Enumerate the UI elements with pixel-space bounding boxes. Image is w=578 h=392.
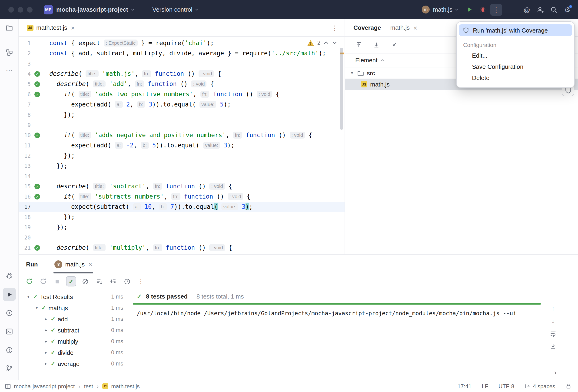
gutter[interactable] <box>31 171 44 181</box>
editor-scrollbar[interactable] <box>340 48 344 254</box>
code-line-4[interactable]: 4✓describe( title: 'math.js', fn: functi… <box>19 69 344 79</box>
version-control-tool-button[interactable] <box>3 362 16 375</box>
up-arrow-icon[interactable]: ↑ <box>552 305 555 312</box>
code-line-17[interactable]: 17 expect(subtract( a: 10, b: 7)).to.equ… <box>19 202 344 212</box>
breadcrumb-file[interactable]: math.test.js <box>111 383 140 390</box>
prev-problem-icon[interactable] <box>324 41 329 45</box>
test-tree-item-test-results[interactable]: ▾✓Test Results1 ms <box>19 291 129 302</box>
editor-tab-math-test-js[interactable]: JS math.test.js × <box>23 19 78 36</box>
add-user-button[interactable] <box>534 3 546 16</box>
code-editor[interactable]: 1const { expect : ExpectStatic } = requi… <box>19 37 344 254</box>
chevron-right-icon[interactable]: ▸ <box>44 361 48 366</box>
chevron-right-icon[interactable]: ▸ <box>44 317 48 321</box>
line-number[interactable]: 19 <box>19 222 31 233</box>
code-line-3[interactable]: 3 <box>19 59 344 69</box>
window-zoom-button[interactable] <box>27 7 33 12</box>
close-icon[interactable]: × <box>71 24 75 31</box>
test-history-button[interactable] <box>122 276 132 287</box>
gutter[interactable]: ✓ <box>31 243 44 253</box>
popup-item-edit[interactable]: Edit... <box>459 50 572 61</box>
search-everywhere-button[interactable] <box>548 3 560 16</box>
gutter[interactable] <box>31 38 44 48</box>
line-number[interactable]: 9 <box>19 120 31 130</box>
tab-coverage-file[interactable]: math.js × <box>390 24 417 31</box>
structure-tool-button[interactable] <box>3 46 16 59</box>
expand-chevron-icon[interactable]: › <box>554 368 557 376</box>
line-number[interactable]: 10 <box>19 130 31 141</box>
gutter[interactable] <box>31 110 44 120</box>
services-tool-button[interactable] <box>3 306 16 319</box>
test-passed-gutter-icon[interactable]: ✓ <box>34 194 40 199</box>
more-options-button[interactable]: ⋮ <box>136 276 146 287</box>
gutter[interactable]: ✓ <box>31 192 44 202</box>
line-number[interactable]: 6 <box>19 89 31 99</box>
gutter[interactable] <box>31 48 44 59</box>
run-tab-math-js[interactable]: m math.js × <box>52 255 95 273</box>
close-icon[interactable]: × <box>88 261 92 267</box>
gutter[interactable] <box>31 202 44 212</box>
line-number[interactable]: 13 <box>19 161 31 171</box>
test-tree-item-average[interactable]: ▸✓average0 ms <box>19 358 129 369</box>
line-number[interactable]: 15 <box>19 181 31 192</box>
run-tool-button[interactable] <box>3 288 16 301</box>
test-tree-item-multiply[interactable]: ▸✓multiply0 ms <box>19 336 129 347</box>
code-line-2[interactable]: 2const { add, subtract, multiply, divide… <box>19 48 344 59</box>
test-tree-item-subtract[interactable]: ▸✓subtract0 ms <box>19 325 129 336</box>
jump-to-source-icon[interactable] <box>389 40 399 50</box>
line-separator-widget[interactable]: LF <box>482 383 488 390</box>
test-passed-gutter-icon[interactable]: ✓ <box>34 245 40 251</box>
scroll-to-bottom-icon[interactable] <box>371 40 381 50</box>
gutter[interactable]: ✓ <box>31 181 44 192</box>
code-line-13[interactable]: 13 }); <box>19 161 344 171</box>
soft-wrap-icon[interactable] <box>550 330 557 337</box>
debug-tool-button[interactable] <box>3 269 16 282</box>
chevron-right-icon[interactable]: ▸ <box>44 339 48 344</box>
code-line-12[interactable]: 12 }); <box>19 151 344 161</box>
settings-button[interactable]: ⚙ <box>561 3 573 16</box>
chevron-down-icon[interactable]: ▾ <box>34 305 39 310</box>
import-test-results-button[interactable] <box>108 276 118 287</box>
gutter[interactable] <box>31 151 44 161</box>
test-console[interactable]: ✓ 8 tests passed 8 tests total, 1 ms /us… <box>129 289 578 380</box>
line-number[interactable]: 20 <box>19 233 31 243</box>
lock-icon[interactable] <box>566 383 572 389</box>
scrollbar-thumb[interactable] <box>340 48 343 130</box>
gutter[interactable] <box>31 120 44 130</box>
line-number[interactable]: 4 <box>19 69 31 79</box>
gutter[interactable] <box>31 161 44 171</box>
more-tool-windows-button[interactable]: ⋯ <box>3 64 16 77</box>
close-icon[interactable]: × <box>413 24 417 31</box>
popup-item-save-configuration[interactable]: Save Configuration <box>459 61 572 72</box>
scroll-to-end-icon[interactable] <box>550 343 557 350</box>
code-line-19[interactable]: 19 }); <box>19 222 344 233</box>
run-configuration-widget[interactable]: m math.js <box>418 4 462 15</box>
code-line-18[interactable]: 18 }); <box>19 212 344 222</box>
code-line-15[interactable]: 15✓ describe( title: 'subtract', fn: fun… <box>19 181 344 192</box>
project-tool-button[interactable] <box>3 21 16 34</box>
tab-options-icon[interactable]: ⋮ <box>332 24 340 31</box>
caret-position-widget[interactable]: 17:41 <box>458 383 472 390</box>
gutter[interactable] <box>31 99 44 110</box>
line-number[interactable]: 11 <box>19 141 31 151</box>
popup-item-run-with-coverage[interactable]: Run 'math.js' with Coverage <box>459 24 572 36</box>
gutter[interactable]: ✓ <box>31 89 44 99</box>
line-number[interactable]: 5 <box>19 79 31 89</box>
gutter[interactable] <box>31 59 44 69</box>
chevron-right-icon[interactable]: ▸ <box>44 328 48 333</box>
window-minimize-button[interactable] <box>18 7 23 12</box>
test-passed-gutter-icon[interactable]: ✓ <box>34 92 40 97</box>
code-line-14[interactable]: 14 <box>19 171 344 181</box>
gutter[interactable] <box>31 212 44 222</box>
popup-item-delete[interactable]: Delete <box>459 72 572 83</box>
chevron-right-icon[interactable]: ▸ <box>44 350 48 355</box>
run-button[interactable] <box>463 3 475 16</box>
tool-window-widget-icon[interactable] <box>5 383 11 390</box>
code-line-5[interactable]: 5✓ describe( title: 'add', fn: function … <box>19 79 344 89</box>
more-run-actions-button[interactable]: ⋮ <box>490 3 502 16</box>
down-arrow-icon[interactable]: ↓ <box>552 318 555 325</box>
rerun-button[interactable] <box>24 276 34 287</box>
chevron-down-icon[interactable]: ▾ <box>350 71 354 75</box>
code-line-1[interactable]: 1const { expect : ExpectStatic } = requi… <box>19 38 344 48</box>
show-passed-toggle[interactable]: ✓ <box>66 276 76 287</box>
next-problem-icon[interactable] <box>332 41 337 45</box>
